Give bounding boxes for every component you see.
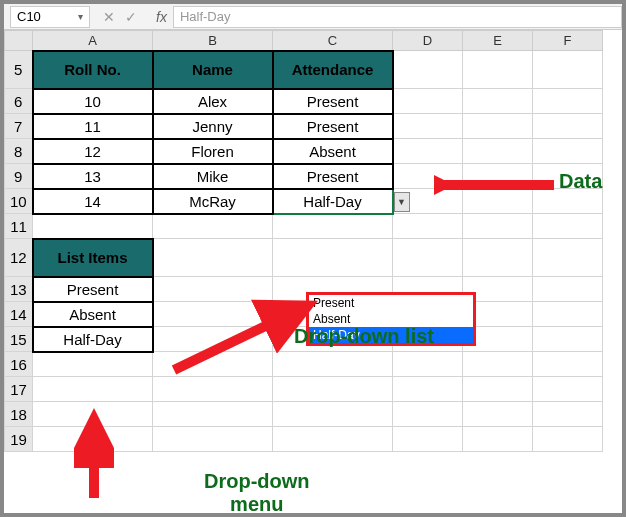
row-header[interactable]: 12 xyxy=(5,239,33,277)
cell[interactable] xyxy=(273,427,393,452)
row-header[interactable]: 8 xyxy=(5,139,33,164)
cell-att[interactable]: Present xyxy=(273,164,393,189)
cell[interactable] xyxy=(393,402,463,427)
cell[interactable] xyxy=(533,164,603,189)
header-list-items[interactable]: List Items xyxy=(33,239,153,277)
row-header[interactable]: 6 xyxy=(5,89,33,114)
cell-roll[interactable]: 12 xyxy=(33,139,153,164)
formula-input[interactable]: Half-Day xyxy=(173,6,622,28)
cell[interactable] xyxy=(153,377,273,402)
cell[interactable] xyxy=(273,239,393,277)
cell[interactable] xyxy=(393,189,463,214)
cell[interactable] xyxy=(463,402,533,427)
cell[interactable] xyxy=(393,427,463,452)
cell[interactable] xyxy=(463,51,533,89)
cell[interactable] xyxy=(533,277,603,302)
row-header[interactable]: 17 xyxy=(5,377,33,402)
cell[interactable] xyxy=(533,239,603,277)
header-name[interactable]: Name xyxy=(153,51,273,89)
cell[interactable] xyxy=(153,427,273,452)
cell[interactable] xyxy=(463,377,533,402)
row-header[interactable]: 13 xyxy=(5,277,33,302)
dropdown-list[interactable]: Present Absent Half-Day xyxy=(306,292,476,346)
dropdown-option[interactable]: Absent xyxy=(309,311,473,327)
cell[interactable] xyxy=(153,327,273,352)
list-item[interactable]: Present xyxy=(33,277,153,302)
row-header[interactable]: 14 xyxy=(5,302,33,327)
col-header-D[interactable]: D xyxy=(393,31,463,51)
list-item[interactable]: Absent xyxy=(33,302,153,327)
cell[interactable] xyxy=(273,352,393,377)
cancel-icon[interactable]: ✕ xyxy=(103,9,115,25)
cell[interactable] xyxy=(393,114,463,139)
cell[interactable] xyxy=(273,402,393,427)
cell-roll[interactable]: 10 xyxy=(33,89,153,114)
cell-roll[interactable]: 13 xyxy=(33,164,153,189)
cell[interactable] xyxy=(533,327,603,352)
cell[interactable] xyxy=(463,214,533,239)
cell[interactable] xyxy=(533,427,603,452)
row-header[interactable]: 10 xyxy=(5,189,33,214)
cell[interactable] xyxy=(153,402,273,427)
header-roll[interactable]: Roll No. xyxy=(33,51,153,89)
confirm-icon[interactable]: ✓ xyxy=(125,9,137,25)
cell[interactable] xyxy=(393,214,463,239)
cell[interactable] xyxy=(393,239,463,277)
cell[interactable] xyxy=(533,302,603,327)
cell[interactable] xyxy=(463,114,533,139)
row-header[interactable]: 7 xyxy=(5,114,33,139)
cell[interactable] xyxy=(153,352,273,377)
cell[interactable] xyxy=(463,427,533,452)
chevron-down-icon[interactable]: ▾ xyxy=(78,11,83,22)
cell[interactable] xyxy=(533,402,603,427)
row-header[interactable]: 9 xyxy=(5,164,33,189)
cell[interactable] xyxy=(463,189,533,214)
cell[interactable] xyxy=(463,164,533,189)
row-header[interactable]: 19 xyxy=(5,427,33,452)
cell[interactable] xyxy=(393,352,463,377)
cell[interactable] xyxy=(153,302,273,327)
cell[interactable] xyxy=(33,427,153,452)
cell-roll[interactable]: 11 xyxy=(33,114,153,139)
list-item[interactable]: Half-Day xyxy=(33,327,153,352)
row-header[interactable]: 11 xyxy=(5,214,33,239)
cell[interactable] xyxy=(463,89,533,114)
col-header-C[interactable]: C xyxy=(273,31,393,51)
cell-att[interactable]: Present xyxy=(273,114,393,139)
cell[interactable] xyxy=(463,352,533,377)
cell[interactable] xyxy=(273,214,393,239)
col-header-B[interactable]: B xyxy=(153,31,273,51)
cell-roll[interactable]: 14 xyxy=(33,189,153,214)
cell[interactable] xyxy=(533,89,603,114)
select-all[interactable] xyxy=(5,31,33,51)
header-attendance[interactable]: Attendance xyxy=(273,51,393,89)
cell-name[interactable]: Alex xyxy=(153,89,273,114)
dropdown-option[interactable]: Present xyxy=(309,295,473,311)
name-box[interactable]: C10 ▾ xyxy=(10,6,90,28)
cell-att[interactable]: Present xyxy=(273,89,393,114)
row-header[interactable]: 16 xyxy=(5,352,33,377)
fx-icon[interactable]: fx xyxy=(156,9,167,25)
cell[interactable] xyxy=(393,164,463,189)
cell[interactable] xyxy=(393,139,463,164)
cell[interactable] xyxy=(33,352,153,377)
cell[interactable] xyxy=(463,239,533,277)
cell[interactable] xyxy=(533,214,603,239)
cell[interactable] xyxy=(393,51,463,89)
cell-name[interactable]: Jenny xyxy=(153,114,273,139)
col-header-A[interactable]: A xyxy=(33,31,153,51)
cell[interactable] xyxy=(33,214,153,239)
cell[interactable] xyxy=(153,214,273,239)
spreadsheet-grid[interactable]: A B C D E F 5 Roll No. Name Attendance 6… xyxy=(4,30,603,452)
cell[interactable] xyxy=(393,89,463,114)
cell[interactable] xyxy=(533,51,603,89)
cell-name[interactable]: Floren xyxy=(153,139,273,164)
col-header-E[interactable]: E xyxy=(463,31,533,51)
cell-name[interactable]: Mike xyxy=(153,164,273,189)
cell[interactable] xyxy=(393,377,463,402)
cell[interactable] xyxy=(463,139,533,164)
cell[interactable] xyxy=(33,377,153,402)
cell[interactable] xyxy=(533,352,603,377)
cell[interactable] xyxy=(533,139,603,164)
row-header[interactable]: 15 xyxy=(5,327,33,352)
